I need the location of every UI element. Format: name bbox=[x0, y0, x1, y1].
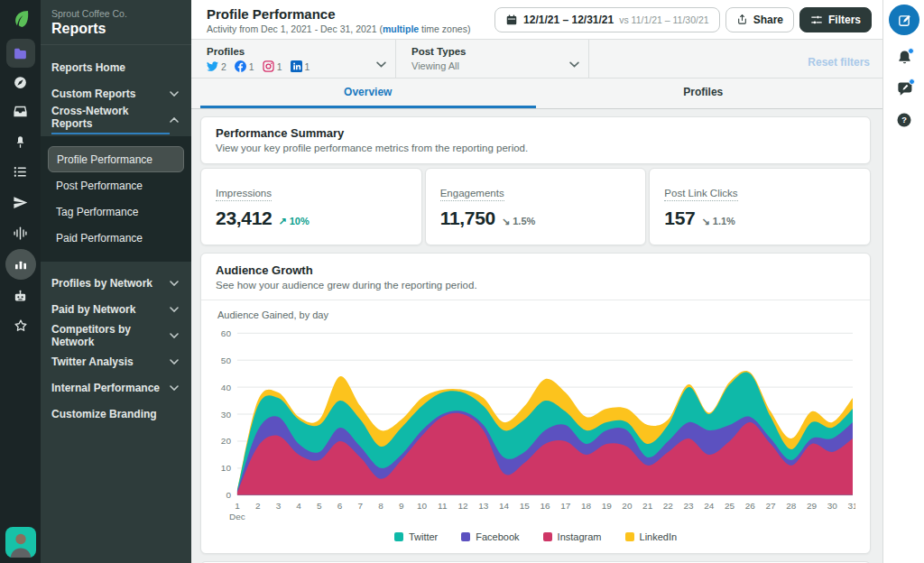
metric-label[interactable]: Post Link Clicks bbox=[664, 188, 737, 201]
divider bbox=[201, 300, 870, 300]
metric-label[interactable]: Impressions bbox=[216, 188, 272, 201]
pin-icon[interactable] bbox=[0, 128, 41, 155]
svg-text:17: 17 bbox=[560, 501, 571, 511]
metric-value: 157 bbox=[664, 208, 695, 229]
feeds-list-icon[interactable] bbox=[0, 158, 41, 185]
chevron-down-icon[interactable] bbox=[376, 55, 386, 71]
notification-badge bbox=[908, 48, 914, 54]
profile-count: 1 bbox=[249, 61, 254, 72]
reports-sidebar: Sprout Coffee Co. Reports Reports Home C… bbox=[41, 0, 191, 563]
filters-button[interactable]: Filters bbox=[799, 7, 872, 32]
page-header: Profile Performance Activity from Dec 1,… bbox=[191, 0, 882, 40]
sidebar-item-label: Competitors by Network bbox=[51, 323, 170, 348]
chevron-up-icon bbox=[170, 117, 179, 123]
svg-text:16: 16 bbox=[540, 501, 550, 511]
reports-bar-chart-icon[interactable] bbox=[0, 248, 41, 281]
svg-text:8: 8 bbox=[378, 501, 383, 511]
sidebar-item-paid-by-network[interactable]: Paid by Network bbox=[41, 296, 191, 322]
smart-inbox-icon[interactable] bbox=[0, 69, 41, 96]
legend-item-linkedin[interactable]: LinkedIn bbox=[625, 531, 678, 542]
user-avatar[interactable] bbox=[5, 527, 36, 558]
submenu-item-paid-performance[interactable]: Paid Performance bbox=[48, 225, 184, 251]
compose-button[interactable] bbox=[889, 5, 919, 35]
submenu-item-label: Post Performance bbox=[56, 180, 143, 192]
svg-text:31: 31 bbox=[847, 501, 855, 511]
notifications-bell-icon[interactable] bbox=[883, 49, 924, 66]
cross-network-submenu: Profile Performance Post Performance Tag… bbox=[41, 136, 191, 262]
bot-automation-icon[interactable] bbox=[0, 282, 41, 309]
chevron-down-icon[interactable] bbox=[569, 55, 579, 71]
submenu-item-label: Tag Performance bbox=[56, 206, 138, 218]
date-range-button[interactable]: 12/1/21 – 12/31/21 vs 11/1/21 – 11/30/21 bbox=[494, 7, 720, 32]
svg-text:13: 13 bbox=[478, 501, 489, 511]
submenu-item-tag-performance[interactable]: Tag Performance bbox=[48, 198, 184, 225]
svg-text:?: ? bbox=[901, 115, 907, 125]
facebook-icon bbox=[235, 60, 246, 72]
plans-folder-icon[interactable] bbox=[0, 40, 41, 67]
profiles-filter-dropdown[interactable]: Profiles 2111 bbox=[191, 40, 396, 78]
help-question-icon[interactable]: ? bbox=[883, 112, 924, 128]
filter-bar: Profiles 2111 Post Types Viewing All Res… bbox=[191, 40, 882, 78]
svg-text:18: 18 bbox=[581, 501, 592, 511]
sidebar-title: Reports bbox=[51, 21, 180, 37]
submenu-item-post-performance[interactable]: Post Performance bbox=[48, 172, 184, 198]
post-types-filter-value: Viewing All bbox=[411, 60, 565, 71]
listening-waveform-icon[interactable] bbox=[0, 219, 41, 246]
reset-filters-button[interactable]: Reset filters bbox=[808, 56, 870, 69]
sidebar-item-twitter-analysis[interactable]: Twitter Analysis bbox=[41, 348, 191, 374]
submenu-item-profile-performance[interactable]: Profile Performance bbox=[48, 146, 184, 172]
tab-overview[interactable]: Overview bbox=[200, 78, 536, 108]
reviews-star-icon[interactable] bbox=[0, 312, 41, 339]
sidebar-item-internal-performance[interactable]: Internal Performance bbox=[41, 374, 191, 401]
tab-profiles[interactable]: Profiles bbox=[536, 78, 872, 108]
legend-item-facebook[interactable]: Facebook bbox=[461, 531, 519, 542]
feedback-message-icon[interactable] bbox=[883, 80, 924, 97]
chart-axis-title: Audience Gained, by day bbox=[217, 309, 855, 320]
subtitle-prefix: Activity from Dec 1, 2021 - Dec 31, 2021… bbox=[207, 23, 383, 34]
legend-label: Instagram bbox=[558, 531, 602, 542]
share-button[interactable]: Share bbox=[725, 7, 794, 32]
performance-summary-description: View your key profile performance metric… bbox=[216, 143, 855, 153]
publishing-paper-plane-icon[interactable] bbox=[0, 189, 41, 216]
svg-text:29: 29 bbox=[807, 501, 818, 511]
metric-change: ↗ 10% bbox=[278, 216, 309, 227]
metric-label[interactable]: Engagements bbox=[440, 188, 504, 201]
submenu-item-label: Profile Performance bbox=[57, 153, 152, 166]
linkedin-icon bbox=[291, 60, 302, 72]
legend-item-twitter[interactable]: Twitter bbox=[394, 531, 438, 542]
audience-growth-title: Audience Growth bbox=[216, 263, 855, 277]
performance-summary-card: Performance Summary View your key profil… bbox=[200, 116, 871, 164]
share-button-label: Share bbox=[753, 14, 783, 26]
main-content: Profile Performance Activity from Dec 1,… bbox=[191, 0, 882, 563]
svg-text:10: 10 bbox=[417, 501, 428, 511]
post-types-filter-dropdown[interactable]: Post Types Viewing All bbox=[396, 40, 589, 78]
metric-post-link-clicks: Post Link Clicks 157 ↘ 1.1% bbox=[649, 168, 871, 245]
multiple-timezones-link[interactable]: multiple bbox=[383, 23, 419, 34]
sidebar-header: Sprout Coffee Co. Reports bbox=[41, 0, 191, 45]
sidebar-item-profiles-by-network[interactable]: Profiles by Network bbox=[41, 270, 191, 296]
chevron-down-icon bbox=[170, 281, 179, 286]
svg-text:1: 1 bbox=[235, 501, 240, 511]
sidebar-item-label: Reports Home bbox=[51, 61, 125, 74]
audience-growth-description: See how your audience grew during the re… bbox=[216, 280, 855, 291]
svg-text:12: 12 bbox=[457, 501, 468, 511]
subtitle-suffix: time zones) bbox=[419, 23, 470, 34]
sprout-logo-icon[interactable] bbox=[0, 0, 41, 38]
filter-sliders-icon bbox=[810, 14, 823, 26]
audience-growth-chart: 0102030405060123456789101112131415161718… bbox=[216, 326, 855, 526]
legend-item-instagram[interactable]: Instagram bbox=[543, 531, 602, 542]
svg-text:5: 5 bbox=[317, 501, 322, 511]
share-icon bbox=[736, 14, 748, 25]
svg-text:20: 20 bbox=[622, 501, 633, 511]
calendar-icon bbox=[505, 14, 518, 26]
sidebar-item-reports-home[interactable]: Reports Home bbox=[41, 54, 191, 80]
inbox-tray-icon[interactable] bbox=[0, 97, 41, 125]
linkedin-profile-chip: 1 bbox=[291, 60, 310, 72]
metric-value: 11,750 bbox=[440, 208, 495, 229]
sidebar-item-competitors-by-network[interactable]: Competitors by Network bbox=[41, 322, 191, 348]
sidebar-item-custom-reports[interactable]: Custom Reports bbox=[41, 80, 191, 106]
sidebar-item-label: Cross-Network Reports bbox=[51, 105, 170, 134]
sidebar-item-label: Profiles by Network bbox=[51, 277, 152, 290]
sidebar-item-customize-branding[interactable]: Customize Branding bbox=[41, 401, 191, 427]
sidebar-item-cross-network-reports[interactable]: Cross-Network Reports bbox=[41, 106, 191, 133]
